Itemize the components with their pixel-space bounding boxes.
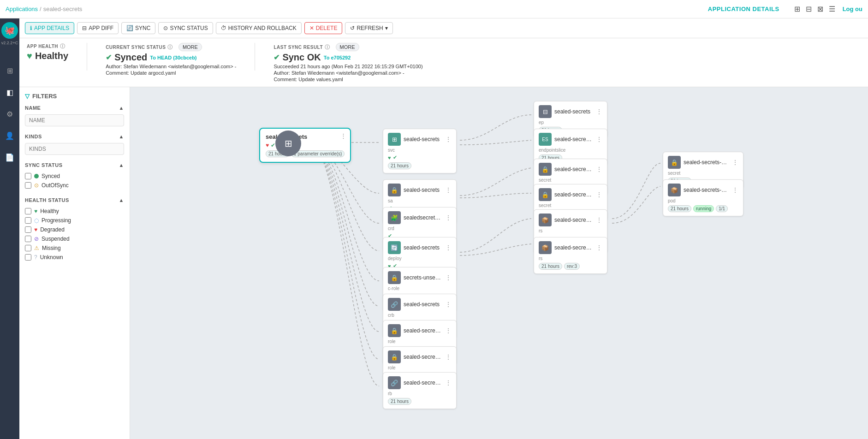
sync-outofsynced-filter[interactable]: ⊙ OutOfSync (25, 181, 124, 190)
crb-type: crb (388, 313, 452, 318)
health-status-section-header[interactable]: HEALTH STATUS ▲ (25, 197, 124, 203)
rs-855c-menu[interactable]: ⋮ (596, 244, 602, 251)
root-menu-icon[interactable]: ⋮ (340, 132, 346, 139)
last-sync-more-button[interactable]: MORE (336, 43, 359, 51)
rs-855c-badges: 21 hours rev:3 (539, 263, 602, 270)
sync-status-button[interactable]: ⊙ SYNC STATUS (158, 22, 213, 34)
delete-button[interactable]: ✕ DELETE (304, 22, 343, 34)
progressing-icon: ◌ (34, 217, 39, 224)
secret-token8-type: secret (539, 178, 602, 183)
current-sync-more-button[interactable]: MORE (178, 43, 202, 51)
logout-button[interactable]: Log ou (843, 6, 862, 12)
last-sync-check-icon: ✔ (273, 53, 279, 62)
sync-synced-filter[interactable]: Synced (25, 172, 124, 181)
pod-node[interactable]: 📦 sealed-secrets-55f9bdbcc6-tkq... ⋮ pod… (663, 179, 743, 216)
health-missing-checkbox[interactable] (25, 245, 31, 251)
role-menu[interactable]: ⋮ (445, 327, 452, 334)
health-unknown-filter[interactable]: ? Unknown (25, 253, 124, 262)
health-unknown-checkbox[interactable] (25, 254, 31, 261)
sidebar-icon-apps[interactable]: ⊞ (4, 64, 16, 78)
sidebar-icon-layers[interactable]: ◧ (4, 85, 16, 100)
secret-tokenZ-type: secret (539, 203, 602, 208)
role2-type: role (388, 365, 452, 370)
svc-badges: 21 hours (388, 162, 452, 169)
svc-age-badge: 21 hours (388, 162, 411, 169)
health-healthy-filter[interactable]: ♥ Healthy (25, 207, 124, 216)
app-diff-button[interactable]: ⊟ APP DIFF (77, 22, 119, 34)
body-area: ▽ FILTERS NAME ▲ KINDS ▲ (19, 87, 868, 439)
current-sync-sub: To HEAD (30cbceb) (150, 55, 196, 60)
role2-icon: 🔒 (388, 350, 401, 363)
list-icon[interactable]: ☰ (829, 5, 835, 13)
rb-node[interactable]: 🔗 sealed-secrets-key-admin ⋮ rb 21 hours (383, 372, 457, 409)
root-param-badge: 1 parameter override(s) (291, 150, 345, 157)
refresh-button[interactable]: ↺ REFRESH ▾ (345, 22, 392, 34)
missing-icon: ⚠ (34, 245, 39, 251)
grid-icon[interactable]: ⊟ (806, 5, 812, 13)
graph-area: sealed-secrets ♥ ✔ 21 hours 1 parameter … (130, 87, 868, 439)
last-sync-succeeded: Succeeded 21 hours ago (Mon Feb 21 2022 … (273, 64, 422, 69)
health-progressing-checkbox[interactable] (25, 217, 31, 224)
app-details-button[interactable]: ℹ APP DETAILS (25, 22, 74, 34)
pod-icon: 📦 (668, 184, 681, 196)
rb-menu[interactable]: ⋮ (445, 379, 452, 386)
top-nav: Applications / sealed-secrets APPLICATIO… (0, 0, 868, 18)
hierarchy-icon[interactable]: ⊞ (794, 5, 800, 13)
health-suspended-checkbox[interactable] (25, 236, 31, 242)
crd-title: sealedsecrets.bitnami.com (404, 214, 442, 221)
ep-menu[interactable]: ⋮ (596, 108, 602, 115)
healthy-heart-icon: ♥ (34, 208, 37, 214)
kinds-section-header[interactable]: KINDS ▲ (25, 134, 124, 139)
filter-funnel-icon: ▽ (25, 93, 30, 100)
crb-node-header: 🔗 sealed-secrets ⋮ (388, 298, 452, 311)
rs-55f9-menu[interactable]: ⋮ (596, 216, 602, 224)
sync-synced-checkbox[interactable] (25, 173, 31, 179)
app-health-value: ♥ Healthy (27, 51, 68, 61)
svc-node[interactable]: ⊞ sealed-secrets ⋮ svc ♥ ✔ 21 hours (383, 129, 457, 173)
secret-tokenZ-menu[interactable]: ⋮ (596, 191, 602, 198)
app-details-title: APPLICATION DETAILS (708, 6, 779, 12)
health-degraded-filter[interactable]: ♥ Degraded (25, 225, 124, 234)
diff-icon: ⊟ (82, 25, 87, 31)
deploy-menu[interactable]: ⋮ (445, 244, 452, 251)
sidebar-icon-gear[interactable]: ⚙ (4, 107, 16, 121)
sa-menu[interactable]: ⋮ (445, 186, 452, 194)
name-filter-section: NAME ▲ (25, 105, 124, 126)
kinds-filter-input[interactable] (25, 143, 124, 155)
health-progressing-filter[interactable]: ◌ Progressing (25, 216, 124, 225)
sync-outofsynced-checkbox[interactable] (25, 182, 31, 189)
sidebar-icon-docs[interactable]: 📄 (2, 150, 17, 165)
delete-icon: ✕ (309, 25, 314, 31)
name-section-header[interactable]: NAME ▲ (25, 105, 124, 111)
health-healthy-checkbox[interactable] (25, 208, 31, 214)
sync-status-section-header[interactable]: SYNC STATUS ▲ (25, 162, 124, 168)
endpointslice-menu[interactable]: ⋮ (596, 136, 602, 143)
crole-menu[interactable]: ⋮ (445, 274, 452, 281)
history-rollback-button[interactable]: ⏱ HISTORY AND ROLLBACK (216, 22, 302, 34)
health-status-filter-section: HEALTH STATUS ▲ ♥ Healthy ◌ Progressing (25, 197, 124, 262)
dockercfg-menu[interactable]: ⋮ (732, 159, 738, 166)
svc-node-header: ⊞ sealed-secrets ⋮ (388, 133, 452, 146)
secret-token8-menu[interactable]: ⋮ (596, 166, 602, 173)
health-suspended-filter[interactable]: ⊘ Suspended (25, 234, 124, 243)
crb-menu[interactable]: ⋮ (445, 301, 452, 308)
pod-menu[interactable]: ⋮ (732, 186, 738, 194)
synced-dot (34, 174, 39, 178)
health-degraded-checkbox[interactable] (25, 226, 31, 233)
breadcrumb-app-link[interactable]: Applications (6, 6, 38, 12)
degraded-icon: ♥ (34, 226, 37, 233)
role2-menu[interactable]: ⋮ (445, 353, 452, 361)
sync-icon: 🔄 (126, 25, 133, 31)
crd-menu[interactable]: ⋮ (445, 214, 452, 221)
name-filter-input[interactable] (25, 114, 124, 126)
root-app-card[interactable]: sealed-secrets ♥ ✔ 21 hours 1 parameter … (259, 128, 351, 163)
last-sync-section: LAST SYNC RESULT ⓘ MORE ✔ Sync OK To e70… (273, 43, 422, 82)
sync-button[interactable]: 🔄 SYNC (121, 22, 155, 34)
sidebar-icon-user[interactable]: 👤 (2, 129, 17, 143)
network-icon[interactable]: ⊠ (817, 5, 823, 13)
endpointslice-header: ES sealed-secrets-2v75v ⋮ (539, 133, 602, 146)
current-author-meta: Author: Stefan Wiedemann <wistefan@googl… (106, 64, 236, 69)
svc-menu[interactable]: ⋮ (445, 136, 452, 143)
health-missing-filter[interactable]: ⚠ Missing (25, 243, 124, 253)
rs-855c-node[interactable]: 📦 sealed-secrets-855c5674bf ⋮ rs 21 hour… (534, 237, 607, 274)
